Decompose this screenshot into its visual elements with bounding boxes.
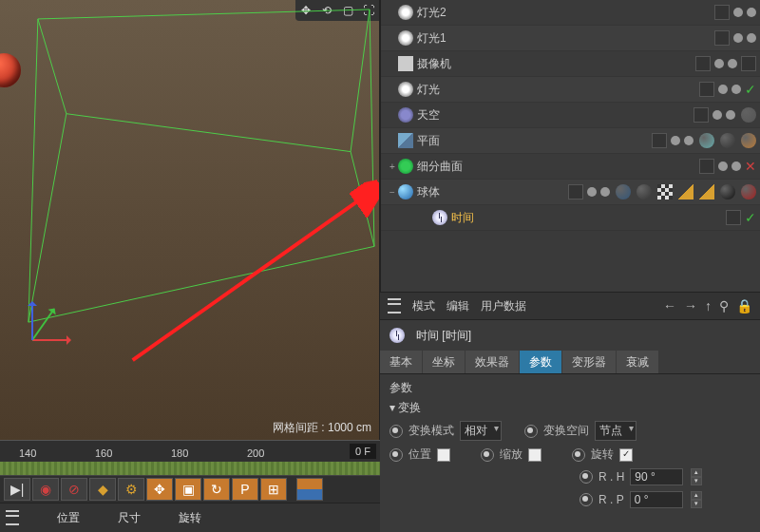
- nav-forward-icon[interactable]: →: [684, 298, 697, 314]
- keyframe-button[interactable]: ◆: [89, 478, 116, 501]
- menu-icon[interactable]: [6, 510, 19, 525]
- viewport-3d[interactable]: ✥ ⟲ ▢ ⛶ 网格间距 : 1000 cm: [0, 0, 380, 440]
- object-tag[interactable]: [699, 133, 714, 148]
- check-icon[interactable]: ✓: [745, 82, 756, 97]
- rh-value[interactable]: 90 °: [630, 468, 683, 485]
- visibility-dot[interactable]: [747, 8, 756, 17]
- layer-checkbox[interactable]: [695, 56, 711, 71]
- rp-radio[interactable]: [580, 493, 593, 506]
- tab-4[interactable]: 变形器: [562, 351, 616, 373]
- loop-button[interactable]: ↻: [203, 478, 230, 501]
- visibility-dot[interactable]: [747, 33, 756, 43]
- object-tag[interactable]: [720, 133, 735, 148]
- scale-key-button[interactable]: ▣: [175, 478, 201, 501]
- object-label: 灯光2: [417, 5, 446, 21]
- object-row[interactable]: 灯光✓: [381, 77, 760, 103]
- position-radio[interactable]: [390, 448, 403, 462]
- layer-checkbox[interactable]: [652, 133, 667, 148]
- rh-radio[interactable]: [580, 470, 593, 484]
- expand-toggle[interactable]: +: [387, 162, 398, 172]
- timeline-ruler[interactable]: 140 160 180 200 0 F: [0, 440, 380, 461]
- layer-checkbox[interactable]: [699, 159, 714, 174]
- object-tag[interactable]: [678, 184, 694, 200]
- rh-spinner[interactable]: ▴▾: [691, 468, 702, 485]
- visibility-dot[interactable]: [714, 59, 724, 68]
- transform-mode-select[interactable]: 相对: [460, 421, 502, 441]
- object-tag[interactable]: [657, 184, 673, 200]
- nav-back-icon[interactable]: ←: [663, 298, 676, 314]
- object-tag[interactable]: [699, 184, 714, 200]
- object-row[interactable]: 摄像机: [381, 51, 760, 77]
- visibility-dot[interactable]: [600, 187, 610, 197]
- layer-checkbox[interactable]: [714, 30, 730, 46]
- nav-up-icon[interactable]: ↑: [705, 298, 712, 314]
- visibility-dot[interactable]: [726, 110, 735, 120]
- x-icon[interactable]: ✕: [745, 159, 756, 174]
- object-tag[interactable]: [741, 107, 756, 123]
- visibility-dot[interactable]: [733, 8, 743, 17]
- layer-checkbox[interactable]: [714, 5, 730, 20]
- layer-checkbox[interactable]: [694, 107, 709, 123]
- object-row[interactable]: 灯光1: [381, 26, 760, 51]
- object-row[interactable]: −球体: [381, 180, 760, 205]
- visibility-dot[interactable]: [718, 162, 728, 171]
- object-tag[interactable]: [720, 184, 735, 200]
- rp-spinner[interactable]: ▴▾: [691, 491, 702, 508]
- visibility-dot[interactable]: [732, 162, 741, 171]
- userdata-menu[interactable]: 用户数据: [481, 298, 526, 314]
- tag-checkbox[interactable]: [741, 56, 756, 71]
- play-end-button[interactable]: ▶|: [4, 478, 30, 501]
- object-manager[interactable]: 灯光2 灯光1 摄像机 灯光✓ 天空 平面+细分曲面✕−球体 时间✓: [380, 0, 760, 292]
- marker-button[interactable]: [296, 478, 323, 501]
- visibility-dot[interactable]: [587, 187, 597, 197]
- key-options-button[interactable]: ⚙: [118, 478, 144, 501]
- scale-checkbox[interactable]: [528, 448, 542, 462]
- layer-checkbox[interactable]: [699, 82, 714, 97]
- rotation-checkbox[interactable]: [619, 448, 633, 462]
- record-button[interactable]: ◉: [32, 478, 59, 501]
- menu-icon[interactable]: [388, 298, 401, 314]
- autokey-button[interactable]: ⊘: [61, 478, 87, 501]
- tab-3[interactable]: 参数: [520, 351, 561, 373]
- object-row[interactable]: 灯光2: [381, 0, 760, 26]
- transform-space-radio[interactable]: [524, 425, 538, 438]
- transform-mode-radio[interactable]: [390, 425, 403, 438]
- expand-toggle[interactable]: −: [387, 187, 398, 198]
- visibility-dot[interactable]: [732, 85, 741, 94]
- object-row[interactable]: +细分曲面✕: [381, 154, 760, 180]
- axis-x-icon: [32, 339, 70, 341]
- object-row[interactable]: 平面: [381, 128, 760, 154]
- visibility-dot[interactable]: [733, 33, 743, 43]
- rotation-radio[interactable]: [572, 448, 585, 462]
- tab-5[interactable]: 衰减: [617, 351, 658, 373]
- lock-icon[interactable]: 🔒: [736, 298, 752, 314]
- transform-space-select[interactable]: 节点: [595, 421, 636, 441]
- nav-link-icon[interactable]: ⚲: [719, 298, 729, 314]
- visibility-dot[interactable]: [712, 110, 722, 120]
- object-row[interactable]: 天空: [381, 103, 760, 128]
- object-tag[interactable]: [636, 184, 652, 200]
- tab-0[interactable]: 基本: [380, 351, 422, 373]
- rp-value[interactable]: 0 °: [630, 491, 683, 508]
- layer-checkbox[interactable]: [726, 210, 741, 225]
- object-row[interactable]: 时间✓: [381, 205, 760, 231]
- object-tag[interactable]: [616, 184, 631, 200]
- move-key-button[interactable]: ✥: [146, 478, 173, 501]
- position-checkbox[interactable]: [437, 448, 450, 462]
- layer-checkbox[interactable]: [568, 184, 583, 200]
- object-tag[interactable]: [741, 133, 756, 148]
- check-icon[interactable]: ✓: [745, 210, 756, 225]
- visibility-dot[interactable]: [718, 85, 728, 94]
- visibility-dot[interactable]: [671, 136, 680, 145]
- tab-2[interactable]: 效果器: [466, 351, 519, 373]
- mode-menu[interactable]: 模式: [412, 298, 435, 314]
- timeline-strip[interactable]: [0, 461, 380, 475]
- visibility-dot[interactable]: [728, 59, 737, 68]
- param-key-button[interactable]: P: [232, 478, 258, 501]
- visibility-dot[interactable]: [684, 136, 694, 145]
- scale-radio[interactable]: [481, 448, 494, 462]
- tab-1[interactable]: 坐标: [423, 351, 465, 373]
- object-tag[interactable]: [741, 184, 756, 200]
- edit-menu[interactable]: 编辑: [446, 298, 469, 314]
- grid-toggle-button[interactable]: ⊞: [260, 478, 287, 501]
